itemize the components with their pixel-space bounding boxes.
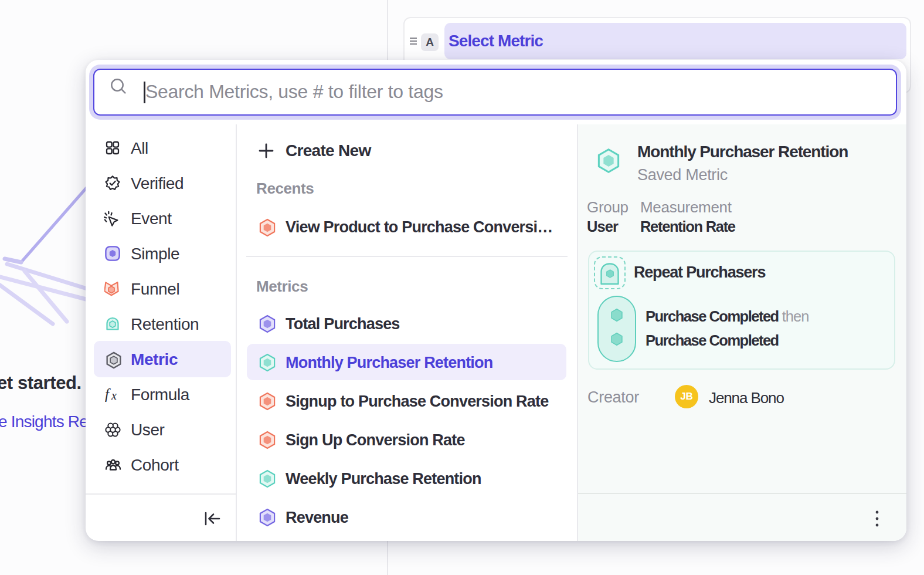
svg-text:x: x — [111, 389, 117, 402]
svg-text:f: f — [105, 387, 111, 402]
